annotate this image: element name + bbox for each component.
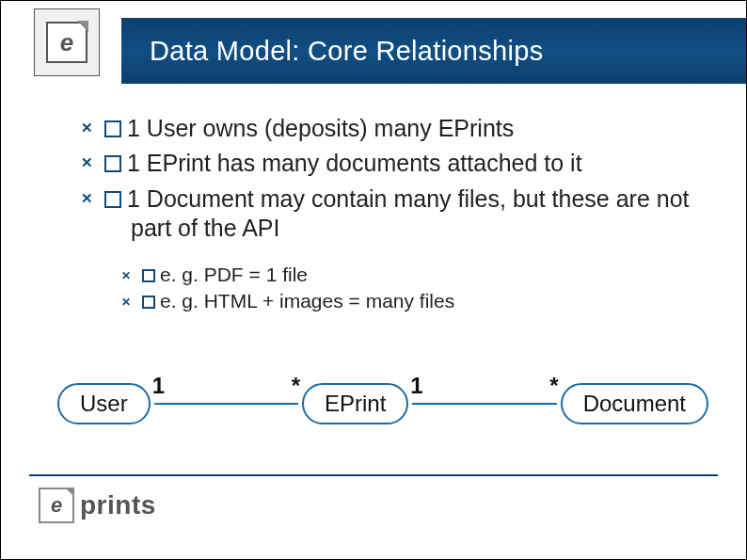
entity-document: Document [561,383,708,424]
main-bullet-list: 1 User owns (deposits) many EPrints 1 EP… [104,114,690,243]
footer-divider [29,474,718,476]
slide-content: 1 User owns (deposits) many EPrints 1 EP… [104,114,690,315]
cardinality-left: 1 [410,373,422,399]
slide-footer: e prints [1,474,746,559]
slide-title: Data Model: Core Relationships [121,36,543,67]
cardinality-left: 1 [152,373,165,399]
footer-logo: e prints [39,488,156,523]
bullet-item: 1 Document may contain many files, but t… [104,184,690,244]
bullet-item: 1 User owns (deposits) many EPrints [104,114,690,143]
checkbox-x-icon [142,296,155,309]
bullet-text: 1 User owns (deposits) many EPrints [127,115,514,141]
cardinality-right: * [292,373,300,399]
relationship-diagram: User 1 * EPrint 1 * Document [57,376,708,432]
title-bar: Data Model: Core Relationships [121,18,746,84]
slide-header: e Data Model: Core Relationships [1,1,746,95]
checkbox-x-icon [104,120,121,137]
bullet-item: 1 EPrint has many documents attached to … [104,149,690,178]
checkbox-x-icon [104,191,121,208]
sub-bullet-text: e. g. PDF = 1 file [160,264,308,285]
eprints-e-icon: e [39,488,74,523]
relation-line: 1 * [412,403,556,405]
sub-bullet-list: e. g. PDF = 1 file e. g. HTML + images =… [142,262,690,315]
relation-line: 1 * [154,403,298,405]
sub-bullet-text: e. g. HTML + images = many files [160,290,454,312]
sub-bullet-item: e. g. PDF = 1 file [142,262,690,288]
header-logo: e [34,8,100,76]
checkbox-x-icon [142,269,155,282]
entity-eprint: EPrint [302,383,408,424]
eprints-e-icon: e [46,22,87,63]
checkbox-x-icon [104,155,121,172]
bullet-text: 1 EPrint has many documents attached to … [127,150,582,176]
cardinality-right: * [549,373,558,399]
footer-logo-text: prints [80,490,156,520]
sub-bullet-item: e. g. HTML + images = many files [142,288,690,314]
entity-user: User [57,383,151,424]
bullet-text: 1 Document may contain many files, but t… [127,185,690,241]
